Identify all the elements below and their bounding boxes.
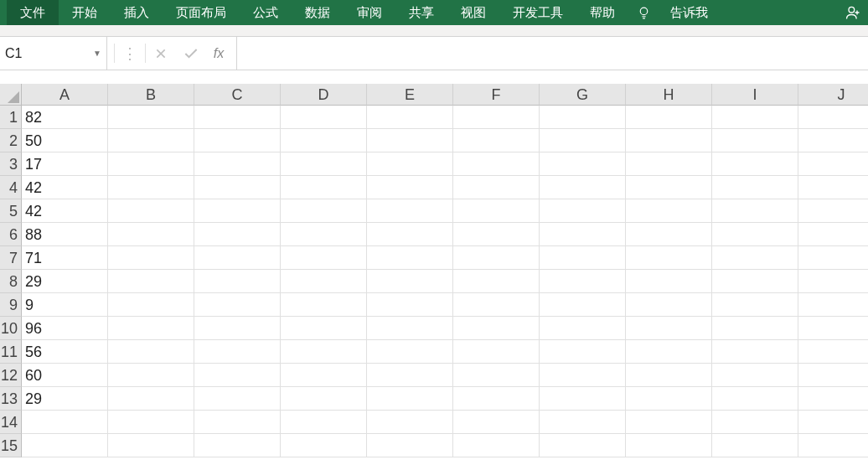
cell[interactable] bbox=[367, 270, 453, 293]
cell[interactable] bbox=[540, 152, 626, 176]
cell[interactable] bbox=[194, 246, 281, 270]
cell[interactable]: 42 bbox=[22, 199, 108, 223]
cell[interactable] bbox=[453, 246, 540, 270]
cell[interactable] bbox=[108, 270, 194, 293]
cell[interactable] bbox=[281, 106, 367, 129]
cell[interactable] bbox=[194, 199, 281, 223]
cell[interactable] bbox=[453, 317, 540, 340]
cell[interactable] bbox=[540, 246, 626, 270]
cell[interactable] bbox=[108, 340, 194, 364]
cell[interactable] bbox=[108, 293, 194, 317]
cell[interactable] bbox=[367, 434, 453, 457]
cell[interactable] bbox=[194, 176, 281, 199]
row-header[interactable]: 3 bbox=[0, 152, 22, 176]
tab-data[interactable]: 数据 bbox=[292, 0, 344, 25]
col-header-B[interactable]: B bbox=[108, 84, 194, 106]
cell[interactable] bbox=[712, 176, 798, 199]
cell[interactable] bbox=[453, 387, 540, 411]
cell[interactable] bbox=[281, 176, 367, 199]
cell[interactable] bbox=[453, 199, 540, 223]
cell[interactable] bbox=[540, 434, 626, 457]
cell[interactable] bbox=[108, 152, 194, 176]
cell[interactable] bbox=[626, 270, 712, 293]
cell[interactable] bbox=[367, 340, 453, 364]
cell[interactable] bbox=[108, 199, 194, 223]
cell[interactable] bbox=[626, 411, 712, 434]
tab-developer[interactable]: 开发工具 bbox=[499, 0, 576, 25]
tab-file[interactable]: 文件 bbox=[7, 0, 59, 25]
cell[interactable] bbox=[540, 199, 626, 223]
cell[interactable] bbox=[626, 223, 712, 246]
row-header[interactable]: 8 bbox=[0, 270, 22, 293]
row-header[interactable]: 4 bbox=[0, 176, 22, 199]
cell[interactable] bbox=[281, 387, 367, 411]
cell[interactable] bbox=[798, 270, 868, 293]
cell[interactable] bbox=[281, 223, 367, 246]
row-header[interactable]: 7 bbox=[0, 246, 22, 270]
cell[interactable] bbox=[540, 364, 626, 387]
cell[interactable]: 42 bbox=[22, 176, 108, 199]
cell[interactable] bbox=[194, 364, 281, 387]
cell[interactable] bbox=[367, 223, 453, 246]
dots-icon[interactable]: ⋮ bbox=[115, 37, 145, 70]
cell[interactable] bbox=[453, 434, 540, 457]
lightbulb-icon[interactable] bbox=[628, 0, 659, 25]
col-header-H[interactable]: H bbox=[626, 84, 712, 106]
cell[interactable] bbox=[798, 293, 868, 317]
fx-button[interactable]: fx bbox=[206, 37, 236, 70]
cell[interactable] bbox=[540, 223, 626, 246]
cell[interactable]: 96 bbox=[22, 317, 108, 340]
cell[interactable] bbox=[281, 129, 367, 152]
cell[interactable] bbox=[367, 387, 453, 411]
row-header[interactable]: 9 bbox=[0, 293, 22, 317]
cell[interactable] bbox=[626, 246, 712, 270]
cell[interactable] bbox=[798, 129, 868, 152]
cell[interactable]: 60 bbox=[22, 364, 108, 387]
cell[interactable] bbox=[194, 411, 281, 434]
cell[interactable] bbox=[626, 434, 712, 457]
cell[interactable] bbox=[798, 199, 868, 223]
row-header[interactable]: 1 bbox=[0, 106, 22, 129]
cell[interactable]: 56 bbox=[22, 340, 108, 364]
cell[interactable] bbox=[108, 411, 194, 434]
cell[interactable] bbox=[194, 223, 281, 246]
tab-review[interactable]: 审阅 bbox=[344, 0, 395, 25]
cell[interactable] bbox=[798, 364, 868, 387]
col-header-I[interactable]: I bbox=[712, 84, 798, 106]
cell[interactable] bbox=[367, 293, 453, 317]
cell[interactable] bbox=[194, 293, 281, 317]
cell[interactable] bbox=[194, 387, 281, 411]
cell[interactable] bbox=[626, 129, 712, 152]
cell[interactable] bbox=[281, 270, 367, 293]
cell[interactable] bbox=[712, 364, 798, 387]
cell[interactable] bbox=[108, 246, 194, 270]
cell[interactable] bbox=[540, 270, 626, 293]
share-user-icon[interactable] bbox=[838, 0, 868, 25]
cell[interactable] bbox=[453, 293, 540, 317]
cell[interactable] bbox=[712, 387, 798, 411]
cell[interactable] bbox=[626, 176, 712, 199]
cell[interactable] bbox=[540, 387, 626, 411]
cell[interactable] bbox=[798, 176, 868, 199]
cell[interactable] bbox=[712, 434, 798, 457]
cell[interactable] bbox=[281, 364, 367, 387]
cell[interactable] bbox=[281, 199, 367, 223]
cell[interactable] bbox=[626, 152, 712, 176]
col-header-C[interactable]: C bbox=[194, 84, 281, 106]
cell[interactable] bbox=[367, 152, 453, 176]
col-header-E[interactable]: E bbox=[367, 84, 453, 106]
cell[interactable] bbox=[798, 246, 868, 270]
cell[interactable] bbox=[540, 293, 626, 317]
cell[interactable]: 82 bbox=[22, 106, 108, 129]
cell[interactable] bbox=[453, 106, 540, 129]
cell[interactable] bbox=[540, 176, 626, 199]
cell[interactable] bbox=[798, 411, 868, 434]
cell[interactable] bbox=[194, 434, 281, 457]
cell[interactable] bbox=[108, 223, 194, 246]
col-header-J[interactable]: J bbox=[798, 84, 868, 106]
formula-input[interactable] bbox=[236, 37, 868, 70]
cell[interactable] bbox=[453, 364, 540, 387]
cell[interactable] bbox=[712, 223, 798, 246]
cell[interactable] bbox=[540, 129, 626, 152]
tab-share[interactable]: 共享 bbox=[395, 0, 447, 25]
